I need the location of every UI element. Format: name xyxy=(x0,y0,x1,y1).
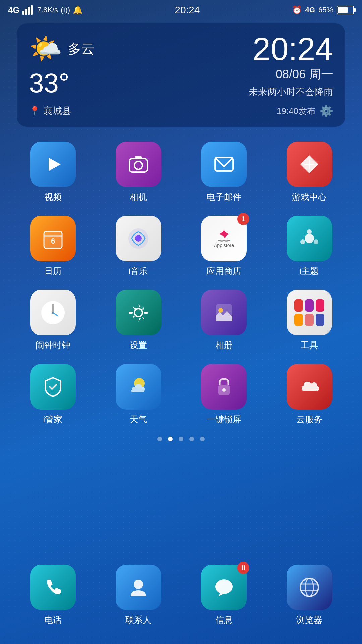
app-icon-appstore: App store1 xyxy=(201,216,247,261)
svg-point-34 xyxy=(134,580,143,589)
app-label-game: 游戏中心 xyxy=(292,191,327,203)
signal-text: 4G xyxy=(8,5,20,15)
weather-right: 20:24 08/06 周一 未来两小时不会降雨 xyxy=(249,33,333,98)
page-dot-3[interactable] xyxy=(189,437,194,441)
svg-rect-27 xyxy=(129,312,133,314)
svg-point-36 xyxy=(300,578,318,596)
app-item-cloud[interactable]: 云服务 xyxy=(266,359,352,430)
app-label-calendar: 日历 xyxy=(44,265,62,277)
page-dot-4[interactable] xyxy=(200,437,205,441)
app-item-game[interactable]: 游戏中心 xyxy=(266,137,352,208)
page-dot-1[interactable] xyxy=(168,437,173,441)
app-item-music[interactable]: i音乐 xyxy=(96,211,181,282)
weather-temp: 33° xyxy=(29,68,95,99)
app-label-email: 电子邮件 xyxy=(206,191,241,203)
weather-date: 08/06 周一 xyxy=(249,66,333,83)
battery-percent: 65% xyxy=(318,6,333,14)
svg-text:App store: App store xyxy=(214,243,234,248)
svg-point-33 xyxy=(222,388,226,392)
app-label-album: 相册 xyxy=(215,339,233,351)
badge-appstore: 1 xyxy=(237,213,249,225)
app-label-tools: 工具 xyxy=(301,339,318,351)
app-item-video[interactable]: 视频 xyxy=(10,137,96,208)
app-label-browser: 浏览器 xyxy=(296,614,322,626)
app-label-music: i音乐 xyxy=(129,265,148,277)
svg-point-18 xyxy=(305,234,314,243)
app-icon-contacts xyxy=(116,565,161,610)
status-left: 4G 7.8K/s (ı)) 🔔 xyxy=(8,5,83,15)
app-item-calendar[interactable]: 6日历 xyxy=(10,211,96,282)
svg-rect-1 xyxy=(25,9,27,15)
battery-icon xyxy=(337,6,354,14)
app-item-email[interactable]: 电子邮件 xyxy=(181,137,266,208)
app-item-clock[interactable]: 闹钟时钟 xyxy=(10,285,96,356)
app-item-settings[interactable]: 设置 xyxy=(96,285,181,356)
svg-text:6: 6 xyxy=(51,237,55,245)
svg-rect-2 xyxy=(28,7,30,15)
app-icon-settings xyxy=(116,290,161,335)
app-icon-video xyxy=(30,142,76,187)
app-item-album[interactable]: 相册 xyxy=(181,285,266,356)
dock: 电话联系人II信息浏览器 xyxy=(0,556,362,644)
app-item-browser[interactable]: 浏览器 xyxy=(266,560,352,631)
badge-message: II xyxy=(237,562,249,574)
app-icon-weather xyxy=(116,364,161,410)
app-label-security: i管家 xyxy=(43,414,63,425)
app-icon-clock xyxy=(30,290,76,335)
svg-point-19 xyxy=(307,229,312,234)
app-item-contacts[interactable]: 联系人 xyxy=(96,560,181,631)
weather-icon: 🌤️ xyxy=(29,33,62,64)
svg-point-37 xyxy=(305,578,313,596)
app-label-lock: 一键锁屏 xyxy=(206,414,241,425)
app-icon-security xyxy=(30,364,76,410)
svg-point-35 xyxy=(215,579,233,594)
signal-bars-icon xyxy=(22,5,35,15)
app-item-lock[interactable]: 一键锁屏 xyxy=(181,359,266,430)
app-icon-game xyxy=(287,142,332,187)
app-label-theme: i主题 xyxy=(300,265,319,277)
weather-forecast: 未来两小时不会降雨 xyxy=(249,86,333,98)
status-time: 20:24 xyxy=(175,4,200,16)
status-right: ⏰ 4G 65% xyxy=(292,5,354,15)
app-icon-calendar: 6 xyxy=(30,216,76,261)
weather-clock: 20:24 xyxy=(249,33,333,65)
app-item-phone[interactable]: 电话 xyxy=(10,560,96,631)
weather-location: 📍 襄城县 xyxy=(29,105,71,117)
location-name: 襄城县 xyxy=(43,105,71,117)
app-label-contacts: 联系人 xyxy=(125,614,152,626)
app-icon-album xyxy=(201,290,247,335)
weather-publish: 19:40发布 ⚙️ xyxy=(277,105,333,117)
svg-point-20 xyxy=(314,239,318,244)
settings-icon[interactable]: ⚙️ xyxy=(320,105,333,117)
svg-rect-7 xyxy=(135,156,142,159)
app-icon-browser xyxy=(287,565,332,610)
app-item-weather[interactable]: 天气 xyxy=(96,359,181,430)
svg-point-30 xyxy=(218,308,223,313)
app-icon-email xyxy=(201,142,247,187)
app-label-cloud: 云服务 xyxy=(296,414,322,425)
app-item-theme[interactable]: i主题 xyxy=(266,211,352,282)
app-item-security[interactable]: i管家 xyxy=(10,359,96,430)
app-item-appstore[interactable]: App store1应用商店 xyxy=(181,211,266,282)
weather-left: 🌤️ 多云 33° xyxy=(29,33,95,99)
page-dot-2[interactable] xyxy=(179,437,183,441)
publish-time: 19:40发布 xyxy=(277,105,316,117)
svg-point-26 xyxy=(134,309,142,317)
app-icon-tools xyxy=(287,290,332,335)
app-icon-phone xyxy=(30,565,76,610)
weather-widget[interactable]: 🌤️ 多云 33° 20:24 08/06 周一 未来两小时不会降雨 📍 襄城县… xyxy=(17,23,345,127)
weather-condition: 多云 xyxy=(68,40,95,58)
status-bar: 4G 7.8K/s (ı)) 🔔 20:24 ⏰ 4G 65% xyxy=(0,0,362,20)
app-label-appstore: 应用商店 xyxy=(206,265,241,277)
page-dot-0[interactable] xyxy=(157,437,162,441)
app-item-message[interactable]: II信息 xyxy=(181,560,266,631)
location-pin-icon: 📍 xyxy=(29,106,41,117)
app-icon-message: II xyxy=(201,565,247,610)
app-icon-theme xyxy=(287,216,332,261)
app-item-camera[interactable]: 相机 xyxy=(96,137,181,208)
svg-marker-4 xyxy=(49,158,61,171)
app-item-tools[interactable]: 工具 xyxy=(266,285,352,356)
app-label-clock: 闹钟时钟 xyxy=(36,339,70,351)
bell-icon: 🔔 xyxy=(73,5,83,15)
page-dots xyxy=(0,430,362,445)
